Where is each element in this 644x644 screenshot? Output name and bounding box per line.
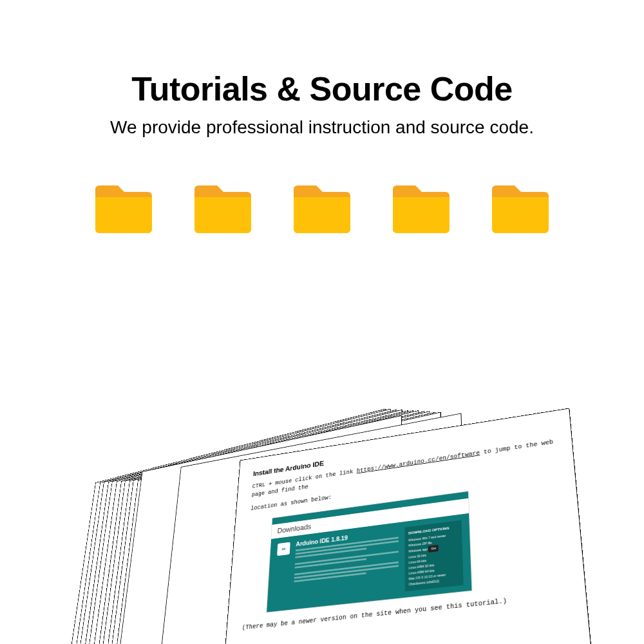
folder-icon [93, 184, 155, 236]
arduino-logo-icon: ∞ [277, 542, 290, 556]
page-subtitle: We provide professional instruction and … [0, 117, 644, 138]
page-title: Tutorials & Source Code [0, 70, 644, 108]
document-stack: Do Click on Click on After the Cli Downl… [32, 431, 612, 644]
folder-icon [192, 184, 254, 236]
download-panel: Downloads ∞ Arduino IDE 1.8.19 DOWNLOAD … [266, 491, 472, 612]
download-options: DOWNLOAD OPTIONS Windows Win 7 and newer… [404, 520, 463, 592]
folder-icon [291, 184, 353, 236]
folder-row [0, 184, 644, 236]
folder-icon [390, 184, 452, 236]
get-badge: Get [428, 545, 439, 553]
header: Tutorials & Source Code We provide profe… [0, 0, 644, 138]
folder-icon [489, 184, 551, 236]
